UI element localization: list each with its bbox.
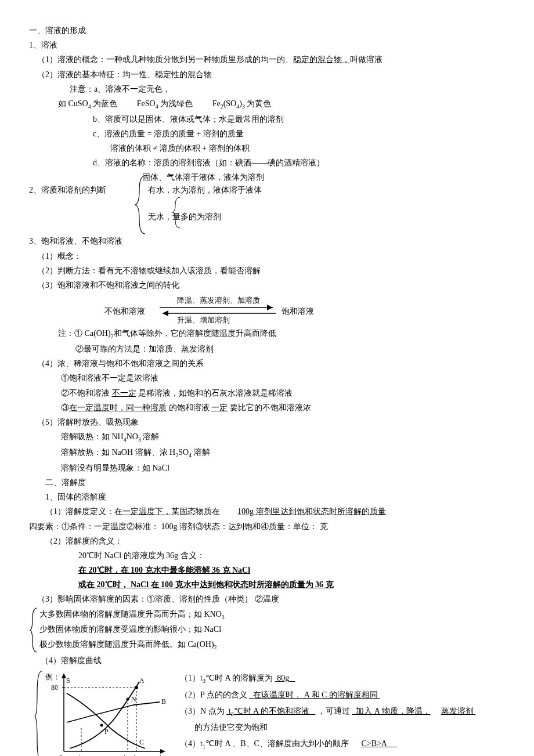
svg-text:t₂: t₂ [124, 753, 128, 756]
text: 溶解 [143, 432, 159, 441]
svg-point-14 [127, 697, 129, 700]
sec-3-3: （3）饱和溶液和不饱和溶液之间的转化 [29, 278, 505, 292]
p1-2-2: 在 20℃时，在 100 克水中最多能溶解 36 克 NaCl [29, 563, 505, 577]
text: 溶解 [194, 448, 210, 457]
note-a: 注意：a、溶液不一定无色， [29, 82, 505, 96]
text: 是稀溶液，如饱和的石灰水溶液就是稀溶液 [138, 389, 293, 397]
sub: 4 [88, 103, 91, 110]
q2: （2）P 点的的含义 在该温度时， A 和 C 的溶解度相同 [180, 687, 475, 703]
p1-3-1: 大多数固体物的溶解度随温度升高而升高；如 KNO3 [39, 607, 225, 623]
text: 为浅绿色 [160, 99, 193, 108]
sub: 3 [242, 103, 245, 110]
conversion-arrows: 不饱和溶液 降温、蒸发溶剂、加溶质 升温、增加溶剂 饱和溶液 [75, 296, 505, 325]
text: (SO [223, 99, 237, 108]
sec-2: 2、溶质和溶剂的判断 [29, 183, 106, 197]
q1: （1）t3℃时 A 的溶解度为 80g [180, 670, 475, 687]
sub: 3 [138, 436, 141, 443]
brace-line-2: 无水，量多的为溶剂 [148, 209, 221, 224]
text: 和气体等除外，它的溶解度随温度升高而降低 [114, 329, 276, 338]
text: 大多数固体物的溶解度随温度升高而升高；如 KNO [39, 610, 222, 618]
text: （3）N 点为 [180, 707, 225, 715]
text: （1）溶液的概念：一种或几种物质分散到另一种物质里形成的均一的、 [37, 55, 293, 64]
sec-3: 3、饱和溶液、不饱和溶液 [29, 234, 505, 248]
sec-1-2: （2）溶液的基本特征：均一性、稳定性的混合物 [29, 67, 505, 82]
large-brace-icon [29, 607, 41, 653]
text: 蒸发溶剂 [441, 707, 474, 715]
answer: t3℃时 A 的不饱和溶液 [226, 707, 315, 715]
sec-1: 1、溶液 [29, 38, 505, 52]
svg-text:80: 80 [51, 683, 58, 692]
sec-3-5-2: 溶解放热：如 NaOH 溶解、浓 H2SO4 溶解 [29, 445, 505, 461]
text: Fe [212, 99, 221, 108]
sec-3-4-1: ①饱和溶液不一定是浓溶液 [29, 371, 505, 385]
text: 极少数物质溶解度随温度升高而降低。如 Ca(OH) [39, 640, 214, 649]
svg-text:B: B [161, 697, 166, 706]
q4: （4）t1℃时 A 、B、C、溶解度由大到小的顺序 C>B>A [180, 736, 475, 753]
arrow-right-label: 饱和溶液 [282, 304, 314, 319]
p1-3-2: 少数固体物质的溶解度受温度的影响很小；如 NaCl [39, 622, 221, 636]
text: 为蓝色 [93, 99, 117, 108]
answer: 在该温度时， A 和 C 的溶解度相同 [249, 690, 380, 699]
svg-text:C: C [139, 738, 144, 746]
temperature-effects-block: 大多数固体物的溶解度随温度升高而升高；如 KNO3 少数固体物质的溶解度受温度的… [29, 607, 505, 653]
example-brace-icon [34, 670, 45, 756]
text: 加入 A 物质，降温， [356, 707, 430, 715]
solvent-judgement-block: 固体、气体溶于液体，液体为溶剂 2、溶质和溶剂的判断 有水，水为溶剂，液体溶于液… [29, 170, 505, 234]
text: 溶解吸热：如 NH [61, 432, 124, 441]
text: 的饱和溶液 [169, 403, 210, 412]
underline-text: 一定 [211, 403, 228, 412]
p1-note: 四要素：①条件：一定温度②标准： 100g 溶剂③状态：达到饱和④质量：单位： … [29, 519, 505, 534]
text: ③ [61, 403, 69, 412]
text: ℃时 A 、B、C、溶解度由大到小的顺序 [205, 739, 349, 748]
note-c2: 溶液的体积 ≠ 溶质的体积 + 溶剂的体积 [29, 141, 505, 155]
heading-2: 二、溶解度 [29, 475, 505, 490]
svg-point-13 [135, 686, 138, 689]
text: 某固态物质在 [171, 507, 220, 516]
note-c: c、溶液的质量 = 溶质的质量 + 溶剂的质量 [29, 126, 505, 141]
svg-text:A: A [139, 677, 145, 685]
brace-line-1: 有水，水为溶剂，液体溶于液体 [148, 183, 262, 197]
questions-block: （1）t3℃时 A 的溶解度为 80g （2）P 点的的含义 在该温度时， A … [180, 670, 475, 756]
sec-3-4-2: ②不饱和溶液 不一定 是稀溶液，如饱和的石灰水溶液就是稀溶液 [29, 386, 505, 400]
sub: 3 [222, 613, 225, 620]
text: 注：① Ca(OH) [58, 329, 111, 338]
p1-1: （1）溶解度定义：在一定温度下，某固态物质在100g 溶剂里达到饱和状态时所溶解… [29, 504, 505, 519]
p1-3: （3）影响固体溶解度的因素：①溶质、溶剂的性质（种类） ②温度 [29, 592, 505, 606]
sec-3-5-1: 溶解吸热：如 NH4NO3 溶解 [29, 429, 505, 445]
sec-3-4: （4）浓、稀溶液与饱和不饱和溶液之间的关系 [29, 356, 505, 371]
sec-3-note2: ②最可靠的方法是：加溶质、蒸发溶剂 [29, 342, 505, 356]
sec-1-1: （1）溶液的概念：一种或几种物质分散到另一种物质里形成的均一的、稳定的混合物，叫… [29, 52, 505, 67]
svg-text:P: P [104, 728, 109, 736]
sec-3-5-3: 溶解没有明显热现象：如 NaCl [29, 461, 505, 475]
text: 如 CuSO [58, 99, 88, 108]
sec-3-note1: 注：① Ca(OH)2和气体等除外，它的溶解度随温度升高而降低 [29, 326, 505, 342]
sub: 4 [189, 452, 192, 458]
p1-3-3: 极少数物质溶解度随温度升高而降低。如 Ca(OH)2 [39, 637, 217, 653]
text: （1）t [180, 674, 203, 682]
svg-text:t₃: t₃ [134, 753, 138, 756]
text: NO [127, 432, 138, 441]
sub: 4 [156, 103, 158, 110]
solubility-chart: 80 S A N B P C 0 t₁ t₂ t₃ t [46, 670, 168, 756]
q5: （5）从 A 溶液中获取 A 晶体可用降温结晶 的方法获取晶体。 [180, 753, 475, 756]
p1-2-3: 或在 20℃时， NaCl 在 100 克水中达到饱和状态时所溶解的质量为 36… [29, 577, 505, 592]
text: （2）P 点的的含义 [180, 690, 247, 699]
answer: 蒸发溶剂 [441, 707, 476, 715]
text: 的方法使它变为饱和 [194, 723, 268, 732]
text: 为黄色 [247, 99, 271, 108]
p1-2: （2）溶解度的含义： [29, 534, 505, 548]
text: ℃时 A 的溶解度为 [205, 674, 273, 682]
arrow-left-label: 不饱和溶液 [104, 304, 145, 319]
arrow-bottom-label: 升温、增加溶剂 [177, 313, 230, 327]
p1-2-1: 20℃时 NaCl 的溶液度为 36g 含义： [29, 548, 505, 563]
text: 无水，量多的为溶剂 [148, 212, 221, 221]
answer: 80g [275, 674, 295, 682]
text: （4）t [180, 739, 203, 748]
svg-text:0: 0 [59, 753, 63, 756]
svg-point-15 [100, 724, 103, 726]
text: ℃时 A 的不饱和溶液 [234, 707, 309, 715]
heading-1: 一、溶液的形成 [29, 23, 505, 38]
svg-text:N: N [131, 695, 136, 703]
underline-text: 在一定温度时，同一种溶质 [69, 403, 167, 412]
svg-marker-1 [267, 305, 273, 310]
